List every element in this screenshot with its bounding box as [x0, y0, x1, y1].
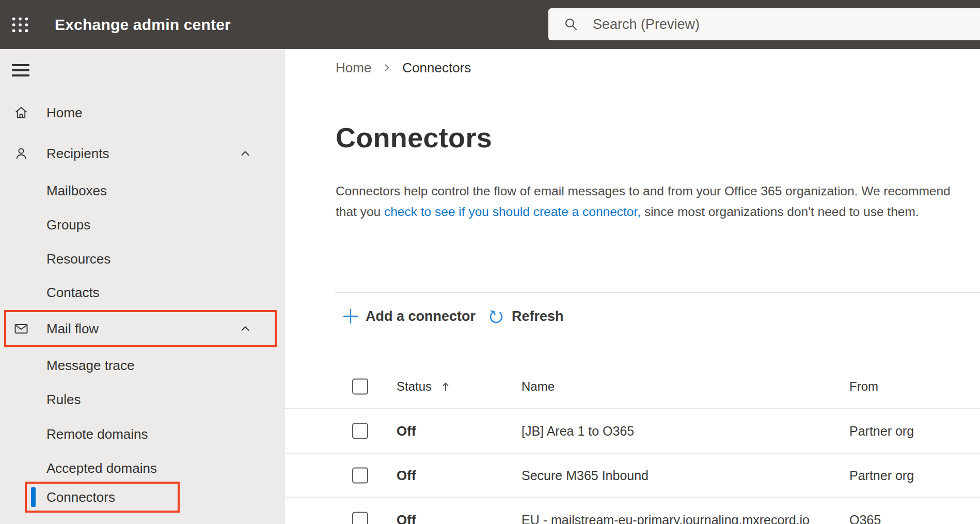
- sidebar-item-label: Accepted domains: [46, 460, 157, 476]
- people-icon: [13, 146, 29, 161]
- from-cell: Partner org: [849, 424, 914, 438]
- sort-ascending-icon: [439, 380, 452, 393]
- breadcrumb: Home Connectors: [336, 58, 471, 77]
- from-cell: O365: [849, 512, 881, 524]
- mail-icon: [13, 321, 29, 336]
- sidebar: Home Recipients Mailboxes Groups Resourc…: [0, 49, 285, 524]
- breadcrumb-home-link[interactable]: Home: [336, 60, 371, 76]
- name-cell: [JB] Area 1 to O365: [521, 424, 634, 438]
- add-connector-label: Add a connector: [366, 309, 476, 325]
- chevron-up-icon: [239, 147, 252, 160]
- sidebar-item-label: Message trace: [46, 358, 135, 374]
- sidebar-item-message-trace[interactable]: Message trace: [0, 353, 285, 378]
- refresh-icon: [487, 307, 505, 325]
- sidebar-item-recipients[interactable]: Recipients: [0, 141, 285, 166]
- exchange-admin-center-window: Exchange admin center Home: [0, 0, 980, 524]
- top-bar: Exchange admin center: [0, 0, 980, 49]
- column-header-from[interactable]: From: [849, 379, 878, 394]
- table-row[interactable]: Off Secure M365 Inbound Partner org: [285, 454, 980, 498]
- row-checkbox[interactable]: [352, 423, 368, 439]
- select-all-checkbox[interactable]: [352, 378, 368, 394]
- status-cell: Off: [397, 423, 416, 439]
- refresh-label: Refresh: [512, 309, 564, 325]
- column-header-status[interactable]: Status: [397, 379, 452, 394]
- sidebar-item-home[interactable]: Home: [0, 100, 285, 125]
- sidebar-item-label: Mail flow: [46, 321, 99, 337]
- sidebar-item-label: Groups: [46, 217, 90, 233]
- sidebar-item-groups[interactable]: Groups: [0, 212, 285, 237]
- nav-toggle-button[interactable]: [12, 64, 29, 76]
- app-launcher-icon: [10, 15, 30, 35]
- row-checkbox[interactable]: [352, 512, 368, 524]
- home-icon: [13, 105, 29, 120]
- name-cell: EU - mailstream-eu-primary.journaling.mx…: [521, 512, 810, 524]
- refresh-button[interactable]: Refresh: [487, 305, 564, 328]
- table-row[interactable]: Off EU - mailstream-eu-primary.journalin…: [285, 498, 980, 524]
- sidebar-item-mailboxes[interactable]: Mailboxes: [0, 178, 285, 203]
- sidebar-item-label: Contacts: [46, 285, 100, 301]
- sidebar-item-label: Remote domains: [46, 426, 148, 442]
- sidebar-item-rules[interactable]: Rules: [0, 387, 285, 412]
- chevron-up-icon: [239, 322, 252, 335]
- description-text: since most organizations don't need to u…: [641, 205, 919, 219]
- sidebar-item-mail-flow[interactable]: Mail flow: [0, 316, 285, 341]
- name-cell: Secure M365 Inbound: [521, 468, 649, 482]
- sidebar-item-label: Resources: [46, 251, 110, 267]
- sidebar-item-label: Connectors: [46, 489, 115, 505]
- sidebar-item-label: Rules: [46, 392, 81, 408]
- column-header-name[interactable]: Name: [521, 379, 555, 394]
- from-cell: Partner org: [849, 468, 914, 482]
- create-connector-link[interactable]: check to see if you should create a conn…: [384, 205, 641, 219]
- app-title: Exchange admin center: [55, 0, 231, 49]
- table-row[interactable]: Off [JB] Area 1 to O365 Partner org: [285, 409, 980, 454]
- add-connector-button[interactable]: Add a connector: [342, 305, 476, 328]
- search-input[interactable]: [579, 8, 980, 40]
- sidebar-item-remote-domains[interactable]: Remote domains: [0, 422, 285, 446]
- row-checkbox[interactable]: [352, 467, 368, 483]
- search-box[interactable]: [548, 8, 980, 40]
- search-icon: [563, 16, 579, 33]
- sidebar-item-label: Mailboxes: [46, 183, 107, 199]
- status-cell: Off: [397, 467, 416, 483]
- page-title: Connectors: [336, 121, 492, 153]
- hamburger-icon: [12, 64, 29, 66]
- breadcrumb-chevron-icon: [382, 63, 392, 73]
- status-cell: Off: [397, 512, 416, 524]
- sidebar-item-label: Recipients: [46, 146, 109, 162]
- app-launcher-button[interactable]: [6, 11, 34, 39]
- sidebar-item-accepted-domains[interactable]: Accepted domains: [0, 456, 285, 481]
- main-content: Home Connectors Connectors Connectors he…: [285, 49, 980, 524]
- breadcrumb-current: Connectors: [402, 60, 471, 76]
- sidebar-item-label: Home: [46, 105, 82, 121]
- toolbar: Add a connector Refresh: [285, 305, 980, 328]
- add-icon: [342, 307, 359, 325]
- sidebar-item-resources[interactable]: Resources: [0, 246, 285, 271]
- sidebar-item-connectors[interactable]: Connectors: [0, 485, 285, 510]
- sidebar-item-contacts[interactable]: Contacts: [0, 280, 285, 305]
- selected-item-indicator: [31, 487, 36, 507]
- table-header-row: Status Name From: [285, 364, 980, 409]
- page-description: Connectors help control the flow of emai…: [336, 181, 965, 222]
- section-divider: [335, 292, 980, 293]
